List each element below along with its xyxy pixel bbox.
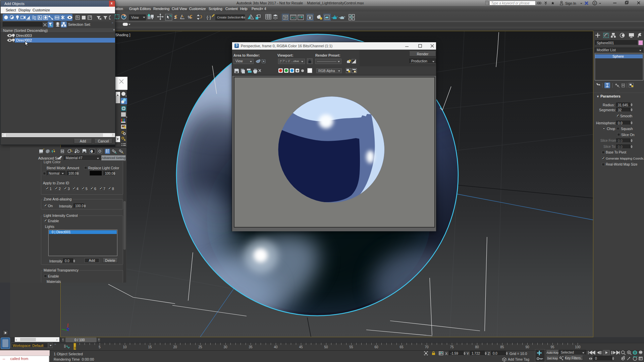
svg-text:?: ? bbox=[594, 2, 596, 5]
svg-text:Sign In: Sign In bbox=[565, 1, 576, 5]
svg-text:View: View bbox=[131, 15, 139, 19]
svg-text:Create Selection Se: Create Selection Se bbox=[217, 15, 246, 19]
svg-text:%: % bbox=[188, 15, 192, 20]
svg-text:{·}: {·} bbox=[207, 15, 211, 20]
svg-text:O: O bbox=[91, 149, 93, 154]
